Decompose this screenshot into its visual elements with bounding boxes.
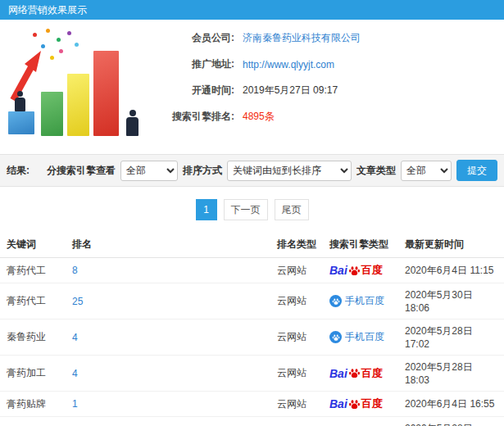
rank-type-cell: 云网站 [270,320,323,356]
results-table-body: 膏药代工 8 云网站 Bai 百度 2020年6月4日 11:15 膏药代工 2… [0,258,504,426]
table-row: 秦鲁药业 4 云网站 手机百度 2020年5月28日 17:02 [0,320,504,356]
mobile-baidu-label: 手机百度 [345,330,384,344]
bar-chart-illustration [5,28,146,144]
engine-cell: 手机百度 [323,320,398,356]
info-row-open-time: 开通时间: 2019年5月27日 09:17 [146,84,497,97]
engine-filter-select[interactable]: 全部 [120,161,178,181]
mobile-baidu-paw-icon [329,295,342,307]
filter-bar: 结果: 分搜索引擎查看 全部 排序方式 关键词由短到长排序 文章类型 全部 提交 [0,154,504,187]
confetti-dot [46,29,50,33]
promo-url-label: 推广地址: [146,57,234,71]
filter-controls: 分搜索引擎查看 全部 排序方式 关键词由短到长排序 文章类型 全部 提交 [47,160,497,181]
updated-cell: 2020年6月4日 11:15 [398,258,504,283]
member-info-section: 会员公司: 济南秦鲁药业科技有限公司 推广地址: http://www.qlyy… [0,20,504,154]
baidu-paw-icon [348,265,361,277]
submit-button[interactable]: 提交 [456,160,497,181]
mobile-baidu-paw-icon [329,331,342,343]
results-table-header: 关键词 排名 排名类型 搜索引擎类型 最新更新时间 [0,232,504,258]
keyword-cell: 秦鲁药业 [0,320,66,356]
header-rank-type: 排名类型 [270,232,323,258]
page-number-current[interactable]: 1 [196,199,217,220]
next-page-button[interactable]: 下一页 [224,199,268,220]
engine-cell: 手机百度 [323,283,398,320]
engine-cell: Bai 百度 [323,392,398,417]
table-row: 膏药代工 8 云网站 Bai 百度 2020年6月4日 11:15 [0,258,504,283]
businessman-figure [126,110,138,136]
updated-cell: 2020年5月28日 17:02 [398,320,504,356]
table-row: 膏药代工 25 云网站 手机百度 2020年5月30日 18:06 [0,283,504,320]
mobile-baidu-label: 手机百度 [345,294,384,308]
chart-bar-green [41,92,63,136]
engine-cell: Bai 百度 [323,258,398,283]
company-label: 会员公司: [146,31,234,45]
updated-cell: 2020年5月28日 16:55 [398,417,504,426]
confetti-dot [33,33,37,37]
rank-cell[interactable]: 29 [66,417,270,426]
member-info-list: 会员公司: 济南秦鲁药业科技有限公司 推广地址: http://www.qlyy… [146,28,497,147]
header-rank: 排名 [66,232,270,258]
rank-type-cell: 云网站 [270,392,323,417]
mobile-baidu-logo: 手机百度 [329,294,384,308]
last-page-button[interactable]: 尾页 [275,199,309,220]
pagination: 1 下一页 尾页 [0,187,504,232]
keyword-cell: 口罩贴牌 [0,417,66,426]
app-window: 网络营销效果展示 会员公司: 济南秦鲁药业科技有限 [0,0,504,426]
results-table: 关键词 排名 排名类型 搜索引擎类型 最新更新时间 膏药代工 8 云网站 Bai… [0,232,504,426]
page-header: 网络营销效果展示 [0,0,504,20]
table-row: 膏药贴牌 1 云网站 Bai 百度 2020年6月4日 16:55 [0,392,504,417]
chart-bar-yellow [67,74,89,136]
keyword-cell: 膏药贴牌 [0,392,66,417]
baidu-paw-icon [348,367,361,379]
chart-bar-red [93,51,119,136]
baidu-logo-text: Bai [329,264,347,277]
result-label: 结果: [7,164,30,178]
keyword-cell: 膏药代工 [0,258,66,283]
baidu-logo-cn-text: 百度 [361,366,383,381]
confetti-dot [75,43,79,47]
keyword-cell: 膏药加工 [0,356,66,392]
info-row-company: 会员公司: 济南秦鲁药业科技有限公司 [146,31,497,45]
info-row-url: 推广地址: http://www.qlyyjt.com [146,57,497,71]
engine-cell: 手机百度 [323,417,398,426]
confetti-dot [59,49,63,53]
engine-cell: Bai 百度 [323,356,398,392]
rank-cell[interactable]: 4 [66,320,270,356]
businessman-figure [15,91,25,111]
sort-select[interactable]: 关键词由短到长排序 [227,161,352,181]
rank-cell[interactable]: 1 [66,392,270,417]
baidu-pc-logo: Bai 百度 [329,366,383,381]
rank-type-cell: 云网站 [270,258,323,283]
page-title: 网络营销效果展示 [8,3,87,17]
baidu-pc-logo: Bai 百度 [329,397,383,411]
table-row: 膏药加工 4 云网站 Bai 百度 2020年5月28日 18:03 [0,356,504,392]
updated-cell: 2020年6月4日 16:55 [398,392,504,417]
engine-filter-label: 分搜索引擎查看 [47,164,116,178]
rank-cell[interactable]: 8 [66,258,270,283]
article-type-label: 文章类型 [356,164,396,178]
keyword-cell: 膏药代工 [0,283,66,320]
header-keyword: 关键词 [0,232,66,258]
updated-cell: 2020年5月28日 18:03 [398,356,504,392]
baidu-logo-cn-text: 百度 [361,263,383,278]
baidu-pc-logo: Bai 百度 [329,263,383,278]
rank-type-cell: 云网站 [270,356,323,392]
confetti-dot [41,44,45,48]
rank-cell[interactable]: 25 [66,283,270,320]
header-engine-type: 搜索引擎类型 [323,232,398,258]
mobile-baidu-logo: 手机百度 [329,330,384,344]
table-row: 口罩贴牌 29 云网站 手机百度 2020年5月28日 16:55 [0,417,504,426]
updated-cell: 2020年5月30日 18:06 [398,283,504,320]
company-link[interactable]: 济南秦鲁药业科技有限公司 [243,31,361,45]
chart-bar-blue [8,111,34,134]
rank-count-label: 搜索引擎排名: [146,110,234,124]
promo-url-link[interactable]: http://www.qlyyjt.com [243,59,334,70]
sort-label: 排序方式 [183,164,222,178]
confetti-dot [57,38,61,42]
confetti-dot [67,31,71,35]
rank-cell[interactable]: 4 [66,356,270,392]
header-updated: 最新更新时间 [398,232,504,258]
rank-count-value: 4895条 [243,110,275,124]
baidu-logo-text: Bai [329,367,347,380]
baidu-logo-text: Bai [329,397,347,410]
article-type-select[interactable]: 全部 [401,161,452,181]
